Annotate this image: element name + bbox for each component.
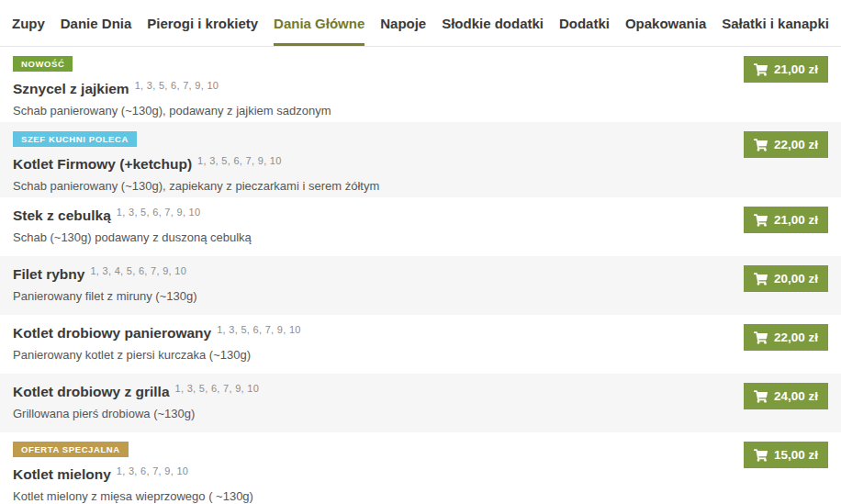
item-price: 20,00 zł [774,272,818,286]
item-badge: NOWOŚĆ [13,56,73,72]
menu-item-row: SZEF KUCHNI POLECA Kotlet Firmowy (+ketc… [0,122,841,197]
cart-icon [754,214,768,227]
cart-icon [754,331,768,344]
item-badge: SZEF KUCHNI POLECA [13,131,137,147]
item-title-line: Stek z cebulką1, 3, 5, 6, 7, 9, 10 [13,207,252,226]
add-to-cart-button[interactable]: 22,00 zł [744,324,828,351]
menu-item-info: Kotlet drobiowy z grilla1, 3, 5, 6, 7, 9… [13,381,259,421]
add-to-cart-button[interactable]: 20,00 zł [744,265,828,292]
item-name: Kotlet drobiowy panierowany [13,325,211,341]
menu-item-info: Kotlet drobiowy panierowany1, 3, 5, 6, 7… [13,322,301,363]
cart-icon [754,390,768,403]
menu-item-row: Stek z cebulką1, 3, 5, 6, 7, 9, 10 Schab… [0,197,841,256]
item-allergens: 1, 3, 5, 6, 7, 9, 10 [175,383,260,394]
item-description: Panierowany kotlet z piersi kurczaka (~1… [13,348,301,363]
add-to-cart-button[interactable]: 21,00 zł [744,207,828,233]
menu-item-row: Filet rybny1, 3, 4, 5, 6, 7, 9, 10 Panie… [0,256,841,315]
menu-item-row: OFERTA SPECJALNA Kotlet mielony1, 3, 6, … [0,432,841,504]
add-to-cart-button[interactable]: 15,00 zł [744,442,828,468]
item-title-line: Filet rybny1, 3, 4, 5, 6, 7, 9, 10 [13,265,197,285]
item-price: 24,00 zł [774,389,818,403]
tab-opakowania[interactable]: Opakowania [625,0,706,46]
item-description: Schab panierowany (~130g), zapiekany z p… [13,179,379,194]
item-description: Schab (~130g) podawany z duszoną cebulką [13,230,252,245]
item-name: Sznycel z jajkiem [13,81,129,96]
item-allergens: 1, 3, 5, 6, 7, 9, 10 [197,155,282,166]
item-badge: OFERTA SPECJALNA [13,442,129,457]
menu-item-row: NOWOŚĆ Sznycel z jajkiem1, 3, 5, 6, 7, 9… [0,47,841,122]
menu-item-info: SZEF KUCHNI POLECA Kotlet Firmowy (+ketc… [13,129,379,194]
item-price: 22,00 zł [774,138,818,151]
item-name: Kotlet drobiowy z grilla [13,384,170,399]
menu-item-info: Stek z cebulką1, 3, 5, 6, 7, 9, 10 Schab… [13,205,252,245]
tab-pierogi-i-krokiety[interactable]: Pierogi i krokiety [147,0,258,46]
item-title-line: Kotlet drobiowy z grilla1, 3, 5, 6, 7, 9… [13,383,259,402]
add-to-cart-button[interactable]: 21,00 zł [744,56,828,83]
menu-item-row: Kotlet drobiowy panierowany1, 3, 5, 6, 7… [0,315,841,374]
item-title-line: Sznycel z jajkiem1, 3, 5, 6, 7, 9, 10 [13,80,331,99]
item-price: 22,00 zł [774,330,818,344]
item-name: Kotlet Firmowy (+ketchup) [13,156,192,172]
add-to-cart-button[interactable]: 24,00 zł [744,383,828,409]
item-allergens: 1, 3, 4, 5, 6, 7, 9, 10 [90,265,186,276]
item-allergens: 1, 3, 5, 6, 7, 9, 10 [117,207,201,218]
tab-dania-g-owne[interactable]: Dania Główne [274,0,364,46]
tab-danie-dnia[interactable]: Danie Dnia [61,0,132,46]
item-description: Schab panierowany (~130g), podawany z ja… [13,104,331,118]
tab-dodatki[interactable]: Dodatki [559,0,610,46]
cart-icon [754,273,768,286]
item-description: Kotlet mielony z mięsa wieprzowego ( ~13… [13,489,253,504]
item-title-line: Kotlet Firmowy (+ketchup)1, 3, 5, 6, 7, … [13,155,379,174]
add-to-cart-button[interactable]: 22,00 zł [744,131,828,158]
item-title-line: Kotlet mielony1, 3, 6, 7, 9, 10 [13,465,253,485]
tab-sa-atki-i-kanapki[interactable]: Sałatki i kanapki [722,0,829,46]
item-price: 15,00 zł [774,448,818,462]
menu-item-info: NOWOŚĆ Sznycel z jajkiem1, 3, 5, 6, 7, 9… [13,54,331,118]
cart-icon [754,139,768,151]
menu-item-row: Kotlet drobiowy z grilla1, 3, 5, 6, 7, 9… [0,374,841,432]
tab-s-odkie-dodatki[interactable]: Słodkie dodatki [442,0,544,46]
item-name: Kotlet mielony [13,466,111,482]
item-name: Stek z cebulką [13,207,111,223]
item-allergens: 1, 3, 5, 6, 7, 9, 10 [135,80,219,91]
menu-item-info: OFERTA SPECJALNA Kotlet mielony1, 3, 6, … [13,440,253,504]
item-title-line: Kotlet drobiowy panierowany1, 3, 5, 6, 7… [13,324,301,343]
item-description: Panierowany filet z miruny (~130g) [13,289,197,304]
item-price: 21,00 zł [774,213,818,227]
item-allergens: 1, 3, 5, 6, 7, 9, 10 [217,324,301,335]
category-tabs: ZupyDanie DniaPierogi i krokietyDania Gł… [0,0,841,47]
tab-zupy[interactable]: Zupy [12,0,45,46]
menu-list: NOWOŚĆ Sznycel z jajkiem1, 3, 5, 6, 7, 9… [0,47,841,504]
cart-icon [754,449,768,462]
cart-icon [754,63,768,76]
item-allergens: 1, 3, 6, 7, 9, 10 [117,465,189,476]
item-price: 21,00 zł [774,62,818,76]
menu-item-info: Filet rybny1, 3, 4, 5, 6, 7, 9, 10 Panie… [13,263,197,304]
tab-napoje[interactable]: Napoje [380,0,426,46]
item-name: Filet rybny [13,266,84,282]
item-description: Grillowana pierś drobiowa (~130g) [13,407,259,421]
